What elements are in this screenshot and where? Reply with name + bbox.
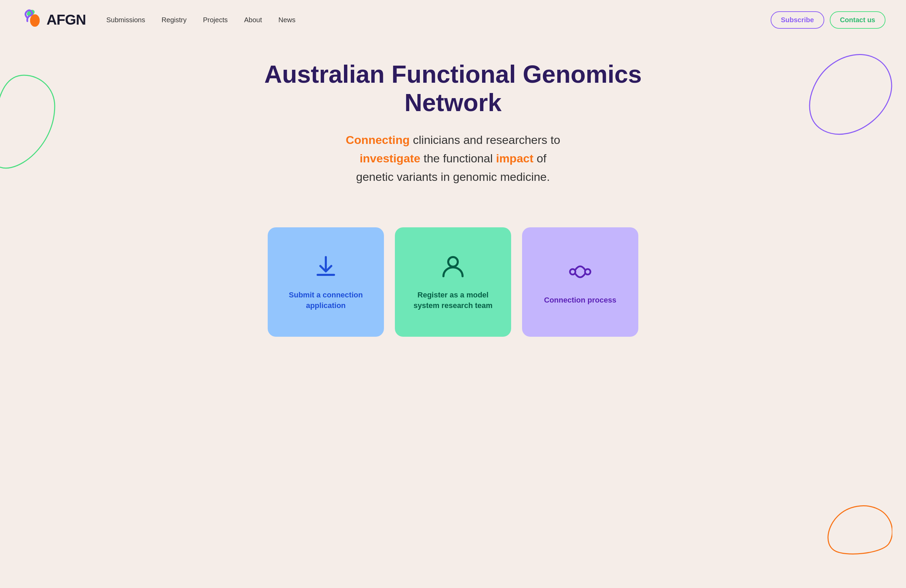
person-icon	[439, 253, 467, 280]
route-icon	[566, 258, 594, 285]
hero-section: Australian Functional Genomics Network C…	[0, 40, 906, 220]
nav-link-submissions[interactable]: Submissions	[106, 16, 145, 24]
card-register[interactable]: Register as a model system research team	[395, 227, 511, 337]
hero-title: Australian Functional Genomics Network	[7, 60, 899, 117]
hero-subtitle: Connecting clinicians and researchers to…	[7, 131, 899, 186]
navbar: AFGN Submissions Registry Projects About…	[0, 0, 906, 40]
card-submit[interactable]: Submit a connection application	[268, 227, 384, 337]
nav-link-news[interactable]: News	[278, 16, 295, 24]
nav-link-about[interactable]: About	[244, 16, 262, 24]
nav-links: Submissions Registry Projects About News	[106, 16, 770, 24]
hero-word-impact: impact	[496, 152, 534, 165]
card-submit-label: Submit a connection application	[281, 290, 370, 311]
svg-point-3	[448, 257, 458, 267]
contact-button[interactable]: Contact us	[830, 11, 885, 29]
card-connection[interactable]: Connection process	[522, 227, 638, 337]
download-icon	[312, 253, 340, 280]
svg-point-2	[30, 14, 40, 27]
subscribe-button[interactable]: Subscribe	[770, 11, 824, 29]
nav-link-projects[interactable]: Projects	[203, 16, 228, 24]
logo-area[interactable]: AFGN	[21, 8, 86, 32]
nav-actions: Subscribe Contact us	[770, 11, 885, 29]
logo-text: AFGN	[46, 12, 86, 28]
card-connection-label: Connection process	[544, 295, 616, 306]
hero-word-investigate: investigate	[360, 152, 421, 165]
hero-word-connecting: Connecting	[346, 133, 410, 146]
decorative-blob-orange	[824, 499, 892, 561]
card-register-label: Register as a model system research team	[408, 290, 498, 311]
nav-link-registry[interactable]: Registry	[161, 16, 186, 24]
logo-icon	[21, 8, 44, 32]
cards-row: Submit a connection application Register…	[0, 220, 906, 357]
